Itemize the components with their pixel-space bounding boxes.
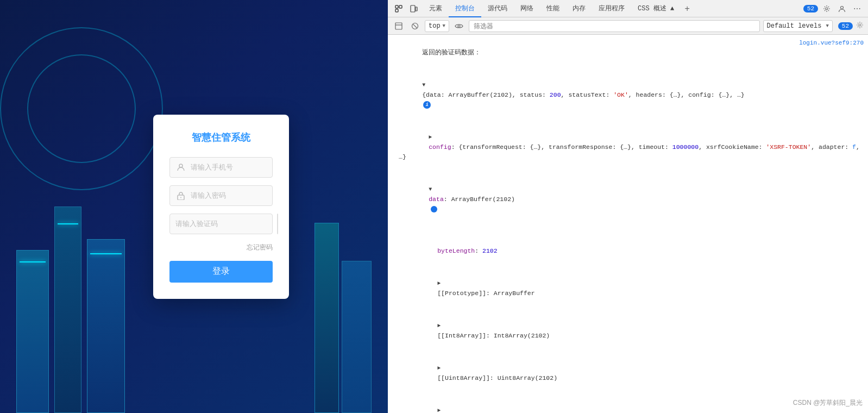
console-header-line: 返回的验证码数据： login.vue?sef9:270 [388, 37, 868, 69]
tab-elements[interactable]: 元素 [423, 0, 449, 17]
expand-int8[interactable]: ► [437, 323, 441, 329]
level-chevron-icon: ▼ [826, 23, 828, 29]
svg-point-0 [179, 164, 183, 167]
svg-point-10 [826, 8, 828, 10]
level-selector[interactable]: Default levels ▼ [763, 20, 833, 32]
person-icon [175, 162, 186, 173]
console-line-1: ▼ {data: ArrayBuffer(2102), status: 200,… [388, 69, 868, 121]
filter-box[interactable] [469, 20, 760, 32]
expand-icon-config[interactable]: ► [429, 134, 432, 140]
settings-button[interactable] [820, 2, 833, 15]
svg-rect-6 [399, 5, 402, 8]
building-4 [342, 261, 372, 413]
devtools-secondbar: top ▼ Default levels ▼ 52 [388, 17, 868, 35]
svg-point-16 [458, 25, 460, 27]
svg-point-11 [841, 6, 844, 9]
phone-input[interactable] [191, 163, 267, 171]
expand-uint8[interactable]: ► [437, 365, 441, 371]
tab-css-overview[interactable]: CSS 概述 ▲ [631, 0, 681, 17]
lock-icon [175, 190, 186, 201]
captcha-input[interactable] [169, 214, 273, 234]
chevron-down-icon: ▼ [443, 23, 445, 29]
tab-performance[interactable]: 性能 [540, 0, 566, 17]
tab-console[interactable]: 控制台 [449, 0, 481, 17]
glow-circle-2 [0, 27, 163, 190]
clear-console-button[interactable] [408, 20, 422, 33]
console-line-uint8: ► [[Uint8Array]]: Uint8Array(2102) [388, 352, 868, 395]
captcha-row: 4u8n [169, 214, 273, 234]
user-button[interactable] [835, 2, 848, 15]
building-2 [54, 206, 81, 413]
context-value: top [429, 22, 441, 30]
password-input[interactable] [191, 191, 267, 199]
forgot-link-text[interactable]: 忘记密码 [247, 243, 273, 251]
console-line-bytelength: byteLength: 2102 [388, 226, 868, 267]
svg-point-17 [859, 24, 861, 26]
console-badge: 52 [838, 22, 853, 30]
console-header-text: 返回的验证码数据： [392, 38, 799, 67]
building-3 [87, 239, 125, 413]
login-panel: 智慧住管系统 [0, 0, 388, 413]
csdn-watermark: CSDN @芳草斜阳_晨光 [793, 398, 863, 408]
context-selector[interactable]: top ▼ [425, 20, 449, 32]
svg-line-15 [413, 24, 417, 28]
source-link[interactable]: login.vue?sef9:270 [799, 38, 864, 48]
array-buffer-icon[interactable] [431, 206, 437, 212]
console-output[interactable]: 返回的验证码数据： login.vue?sef9:270 ▼ {data: Ar… [388, 35, 868, 413]
select-element-button[interactable] [392, 2, 405, 15]
password-input-group[interactable] [169, 185, 273, 206]
building-1 [16, 250, 49, 413]
error-badge: 52 [803, 5, 818, 12]
tab-memory[interactable]: 内存 [566, 0, 592, 17]
svg-rect-8 [411, 5, 415, 12]
console-line-data: ▼ data: ArrayBuffer(2102) [388, 173, 868, 226]
captcha-image[interactable]: 4u8n [277, 214, 278, 234]
devtools-topbar: 元素 控制台 源代码 网络 性能 内存 应用程序 CSS 概述 ▲ [388, 0, 868, 17]
captcha-text: 4u8n [277, 217, 278, 231]
filter-input[interactable] [474, 22, 755, 30]
tab-application[interactable]: 应用程序 [592, 0, 631, 17]
building-5 [315, 223, 339, 413]
svg-rect-7 [395, 9, 398, 12]
tab-sources[interactable]: 源代码 [481, 0, 514, 17]
login-card: 智慧住管系统 [153, 115, 289, 299]
devtools-tabs: 元素 控制台 源代码 网络 性能 内存 应用程序 CSS 概述 ▲ [423, 0, 801, 17]
app-title: 智慧住管系统 [169, 131, 273, 144]
devtools-right-icons: 52 ⋯ [803, 2, 864, 15]
tab-network[interactable]: 网络 [514, 0, 540, 17]
expand-icon-1[interactable]: ▼ [422, 82, 425, 88]
console-line-proto-ab: ► [[Prototype]]: ArrayBuffer [388, 267, 868, 310]
svg-rect-9 [416, 7, 417, 11]
expand-icon-data[interactable]: ▼ [429, 186, 432, 192]
dock-button[interactable] [392, 20, 405, 33]
info-icon-1: i [423, 101, 431, 109]
glow-circle-1 [27, 54, 136, 163]
console-line-int8: ► [[Int8Array]]: Int8Array(2102) [388, 310, 868, 352]
devtools-panel: 元素 控制台 源代码 网络 性能 内存 应用程序 CSS 概述 ▲ [388, 0, 868, 413]
eye-button[interactable] [452, 20, 466, 33]
level-value: Default levels [767, 22, 822, 30]
svg-point-2 [180, 197, 181, 198]
add-tab-button[interactable]: + [681, 2, 694, 15]
device-toggle-button[interactable] [407, 2, 420, 15]
expand-proto-ab[interactable]: ► [437, 280, 441, 286]
svg-rect-12 [395, 23, 402, 29]
phone-input-group[interactable] [169, 157, 273, 178]
expand-int16[interactable]: ► [437, 408, 441, 413]
console-line-config: ► config: {transformRequest: {…}, transf… [388, 121, 868, 173]
login-button[interactable]: 登录 [169, 261, 273, 283]
svg-rect-5 [395, 5, 398, 8]
forgot-password-link[interactable]: 忘记密码 [169, 242, 273, 252]
secondbar-settings-icon[interactable] [856, 21, 864, 31]
more-options-button[interactable]: ⋯ [851, 2, 864, 15]
